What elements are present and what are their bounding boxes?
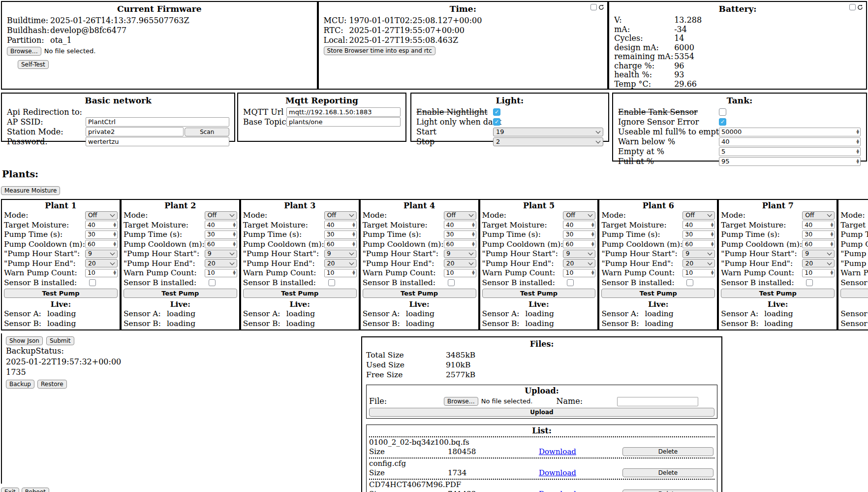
test-pump-button[interactable]: Test Pump: [482, 289, 596, 298]
store-browser-time-button[interactable]: Store Browser time into esp and rtc: [324, 46, 435, 55]
spinner-arrows-icon[interactable]: ▲▼: [352, 232, 355, 237]
restore-button[interactable]: Restore: [37, 380, 67, 389]
spinner-arrows-icon[interactable]: ▲▼: [114, 270, 116, 275]
spinner-arrows-icon[interactable]: ▲▼: [831, 242, 833, 247]
spinner-arrows-icon[interactable]: ▲▼: [711, 270, 713, 275]
light-start-select[interactable]: 19: [493, 128, 603, 136]
sensor-b-installed-checkbox[interactable]: [806, 279, 813, 286]
pump-cooldown-input[interactable]: 60▲▼: [563, 240, 595, 248]
warn-pump-count-input[interactable]: 10▲▼: [682, 269, 715, 277]
warn-below-input[interactable]: 40▲▼: [719, 137, 861, 146]
target-moisture-input[interactable]: 40▲▼: [85, 221, 118, 229]
self-test-button[interactable]: Self-Test: [18, 60, 49, 69]
sensor-b-installed-checkbox[interactable]: [209, 279, 216, 286]
scan-button[interactable]: Scan: [185, 128, 229, 136]
pump-hour-start-select[interactable]: 9: [85, 250, 118, 258]
target-moisture-input[interactable]: 40▲▼: [444, 221, 476, 229]
target-moisture-input[interactable]: 40▲▼: [563, 221, 595, 229]
warn-pump-count-input[interactable]: 10▲▼: [324, 269, 357, 277]
test-pump-button[interactable]: Test Pump: [721, 289, 835, 298]
upload-button[interactable]: Upload: [369, 408, 714, 417]
spinner-arrows-icon[interactable]: ▲▼: [857, 130, 859, 134]
upload-name-input[interactable]: [617, 397, 698, 406]
test-pump-button[interactable]: Test Pump: [840, 289, 868, 298]
delete-button[interactable]: Delete: [622, 447, 713, 456]
pump-hour-end-select[interactable]: 20: [85, 259, 118, 267]
spinner-arrows-icon[interactable]: ▲▼: [831, 223, 833, 228]
test-pump-button[interactable]: Test Pump: [124, 289, 237, 298]
warn-pump-count-input[interactable]: 10▲▼: [563, 269, 595, 277]
battery-auto-refresh-checkbox[interactable]: [849, 4, 856, 10]
pump-hour-end-select[interactable]: 20: [802, 259, 835, 267]
pump-hour-start-select[interactable]: 9: [802, 250, 835, 258]
submit-button[interactable]: Submit: [46, 336, 74, 345]
base-topic-input[interactable]: [286, 117, 401, 127]
light-only-when-dark-checkbox[interactable]: [493, 118, 500, 126]
spinner-arrows-icon[interactable]: ▲▼: [352, 242, 355, 247]
time-auto-refresh-checkbox[interactable]: [590, 4, 597, 10]
mode-select[interactable]: Off: [85, 211, 118, 220]
sensor-b-installed-checkbox[interactable]: [448, 279, 455, 286]
pump-time-input[interactable]: 30▲▼: [682, 230, 715, 239]
mode-select[interactable]: Off: [682, 211, 715, 220]
spinner-arrows-icon[interactable]: ▲▼: [711, 242, 713, 247]
pump-cooldown-input[interactable]: 60▲▼: [324, 240, 357, 248]
pump-hour-end-select[interactable]: 20: [563, 259, 595, 267]
delete-button[interactable]: Delete: [622, 468, 713, 477]
sensor-b-installed-checkbox[interactable]: [686, 279, 693, 286]
pump-time-input[interactable]: 30▲▼: [802, 230, 835, 239]
reboot-button[interactable]: Reboot: [22, 488, 49, 492]
spinner-arrows-icon[interactable]: ▲▼: [591, 223, 594, 228]
warn-pump-count-input[interactable]: 10▲▼: [444, 269, 476, 277]
pump-hour-start-select[interactable]: 9: [324, 250, 357, 258]
spinner-arrows-icon[interactable]: ▲▼: [591, 242, 594, 247]
mode-select[interactable]: Off: [444, 211, 476, 220]
target-moisture-input[interactable]: 40▲▼: [802, 221, 835, 229]
mode-select[interactable]: Off: [563, 211, 595, 220]
pump-hour-end-select[interactable]: 20: [682, 259, 715, 267]
mode-select[interactable]: Off: [802, 211, 835, 220]
pump-cooldown-input[interactable]: 60▲▼: [85, 240, 118, 248]
refresh-icon[interactable]: [598, 4, 604, 10]
pump-hour-start-select[interactable]: 9: [205, 250, 237, 258]
spinner-arrows-icon[interactable]: ▲▼: [233, 232, 235, 237]
enable-nightlight-checkbox[interactable]: [493, 108, 500, 116]
pump-time-input[interactable]: 30▲▼: [85, 230, 118, 239]
full-at-input[interactable]: 95▲▼: [719, 157, 861, 166]
target-moisture-input[interactable]: 40▲▼: [682, 221, 715, 229]
target-moisture-input[interactable]: 40▲▼: [205, 221, 237, 229]
show-json-button[interactable]: Show Json: [6, 336, 43, 345]
spinner-arrows-icon[interactable]: ▲▼: [472, 270, 474, 275]
download-link[interactable]: Download: [539, 447, 576, 457]
spinner-arrows-icon[interactable]: ▲▼: [233, 223, 235, 228]
spinner-arrows-icon[interactable]: ▲▼: [114, 242, 116, 247]
sensor-b-installed-checkbox[interactable]: [567, 279, 574, 286]
warn-pump-count-input[interactable]: 10▲▼: [85, 269, 118, 277]
warn-pump-count-input[interactable]: 10▲▼: [205, 269, 237, 277]
mqtt-url-input[interactable]: [286, 107, 401, 117]
test-pump-button[interactable]: Test Pump: [363, 289, 476, 298]
pump-hour-start-select[interactable]: 9: [682, 250, 715, 258]
pump-hour-end-select[interactable]: 20: [205, 259, 237, 267]
spinner-arrows-icon[interactable]: ▲▼: [472, 232, 474, 237]
download-link[interactable]: Download: [539, 468, 576, 478]
download-link[interactable]: Download: [539, 489, 576, 492]
spinner-arrows-icon[interactable]: ▲▼: [711, 223, 713, 228]
upload-browse-button[interactable]: Browse…: [444, 397, 478, 406]
spinner-arrows-icon[interactable]: ▲▼: [233, 270, 235, 275]
enable-tank-sensor-checkbox[interactable]: [719, 108, 726, 116]
sensor-b-installed-checkbox[interactable]: [89, 279, 96, 286]
pump-time-input[interactable]: 30▲▼: [444, 230, 476, 239]
pump-cooldown-input[interactable]: 60▲▼: [802, 240, 835, 248]
password-input[interactable]: [86, 137, 229, 146]
pump-hour-end-select[interactable]: 20: [324, 259, 357, 267]
spinner-arrows-icon[interactable]: ▲▼: [857, 149, 859, 154]
spinner-arrows-icon[interactable]: ▲▼: [233, 242, 235, 247]
pump-hour-start-select[interactable]: 9: [563, 250, 595, 258]
spinner-arrows-icon[interactable]: ▲▼: [352, 223, 355, 228]
useable-ml-input[interactable]: 50000▲▼: [719, 128, 861, 136]
ignore-sensor-error-checkbox[interactable]: [719, 118, 726, 126]
spinner-arrows-icon[interactable]: ▲▼: [857, 159, 859, 164]
sensor-b-installed-checkbox[interactable]: [328, 279, 335, 286]
empty-at-input[interactable]: 5▲▼: [719, 147, 861, 156]
